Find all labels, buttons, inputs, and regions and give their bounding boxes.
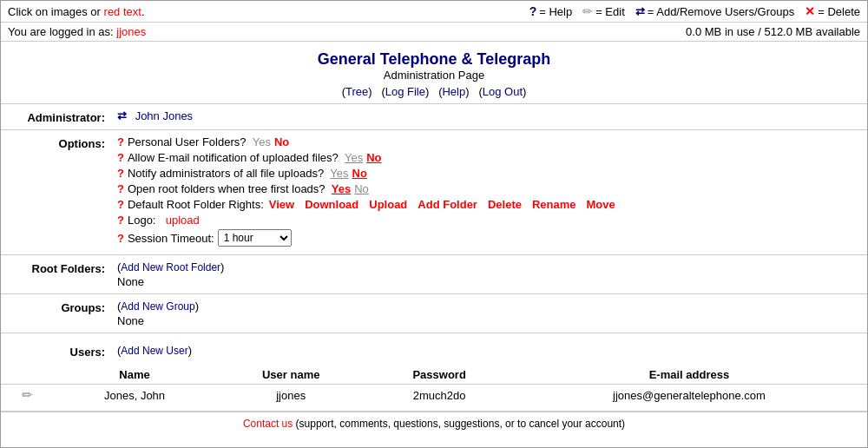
users-table: Name User name Password E-mail address ✏… (1, 366, 867, 405)
groups-label: Groups: (1, 300, 114, 314)
table-row: ✏ Jones, John jjones 2much2do jjones@gen… (1, 385, 867, 406)
rights-rename[interactable]: Rename (532, 198, 576, 211)
col-password: Password (367, 366, 511, 385)
options-content: ? Personal User Folders? Yes No ? Allow … (114, 135, 867, 249)
users-row: Users: (Add New User) Name User name Pas… (1, 333, 867, 412)
user-name: Jones, John (55, 385, 214, 406)
add-user-link[interactable]: Add New User (121, 345, 187, 357)
page-header: General Telephone & Telegraph Administra… (1, 42, 867, 104)
table-header-row: Name User name Password E-mail address (1, 366, 867, 385)
rights-delete[interactable]: Delete (488, 198, 522, 211)
col-icon (1, 366, 55, 385)
footer: Contact us (support, comments, questions… (1, 412, 867, 435)
option-notify-admins: ? Notify administrators of all file uplo… (117, 167, 867, 180)
logo-upload-link[interactable]: upload (166, 214, 200, 227)
personal-folders-yes[interactable]: Yes (253, 135, 271, 148)
toolbar-icons: ? = Help ✏ = Edit ⇄ = Add/Remove Users/G… (529, 4, 860, 18)
groups-row: Groups: (Add New Group) None (1, 294, 867, 333)
login-info: You are logged in as: jjones (8, 25, 146, 38)
rights-addfolder[interactable]: Add Folder (418, 198, 477, 211)
help-open-root[interactable]: ? (117, 182, 124, 195)
option-personal-folders: ? Personal User Folders? Yes No (117, 135, 867, 148)
col-email: E-mail address (511, 366, 867, 385)
rights-download[interactable]: Download (305, 198, 358, 211)
administrator-label: Administrator: (1, 109, 114, 124)
user-email: jjones@generaltelephone.com (511, 385, 867, 406)
header-nav: (Tree) (Log File) (Help) (Log Out) (1, 85, 867, 98)
user-username: jjones (214, 385, 367, 406)
email-notify-no[interactable]: No (366, 151, 381, 164)
user-edit-icon[interactable]: ✏ (1, 385, 55, 406)
help-link[interactable]: Help (442, 85, 465, 98)
administrator-row: Administrator: ⇄ John Jones (1, 104, 867, 130)
pencil-icon: ✏ (582, 4, 593, 18)
notify-admins-no[interactable]: No (352, 167, 367, 180)
page-subtitle: Administration Page (1, 69, 867, 82)
question-icon: ? (529, 4, 537, 18)
help-session[interactable]: ? (117, 232, 124, 245)
rights-move[interactable]: Move (587, 198, 615, 211)
session-timeout-select[interactable]: 15 minutes 30 minutes 1 hour 2 hours 4 h… (218, 229, 292, 247)
option-rights: ? Default Root Folder Rights: View Downl… (117, 198, 867, 211)
root-folders-none: None (117, 275, 867, 288)
rights-upload[interactable]: Upload (369, 198, 407, 211)
option-open-root: ? Open root folders when tree first load… (117, 182, 867, 195)
users-add-link: (Add New User) (114, 344, 192, 359)
instruction-text: Click on images or red text. (8, 5, 145, 18)
options-label: Options: (1, 135, 114, 150)
org-title: General Telephone & Telegraph (1, 50, 867, 69)
root-folders-row: Root Folders: (Add New Root Folder) None (1, 255, 867, 294)
open-root-yes[interactable]: Yes (332, 182, 351, 195)
logout-link[interactable]: Log Out (483, 85, 523, 98)
rights-view[interactable]: View (269, 198, 294, 211)
x-delete-icon: ✕ (805, 4, 815, 18)
option-logo: ? Logo: upload (117, 214, 867, 227)
administrator-content: ⇄ John Jones (114, 109, 867, 122)
addremove-item: ⇄ = Add/Remove Users/Groups (635, 5, 794, 18)
swap-icon: ⇄ (635, 5, 645, 18)
personal-folders-no[interactable]: No (274, 135, 289, 148)
edit-item: ✏ = Edit (582, 4, 625, 18)
help-personal-folders[interactable]: ? (117, 135, 124, 148)
user-password: 2much2do (367, 385, 511, 406)
notify-admins-yes[interactable]: Yes (330, 167, 348, 180)
storage-info: 0.0 MB in use / 512.0 MB available (686, 25, 860, 38)
open-root-no[interactable]: No (354, 182, 369, 195)
option-email-notify: ? Allow E-mail notification of uploaded … (117, 151, 867, 164)
help-rights[interactable]: ? (117, 198, 124, 211)
help-notify-admins[interactable]: ? (117, 167, 124, 180)
col-username: User name (214, 366, 367, 385)
admin-name[interactable]: John Jones (135, 109, 194, 122)
options-row: Options: ? Personal User Folders? Yes No… (1, 130, 867, 255)
footer-text: (support, comments, questions, suggestio… (296, 418, 626, 430)
root-folders-content: (Add New Root Folder) None (114, 260, 867, 288)
groups-none: None (117, 314, 867, 327)
contact-link[interactable]: Contact us (243, 418, 293, 430)
add-root-folder-link[interactable]: Add New Root Folder (121, 261, 220, 273)
root-folders-label: Root Folders: (1, 260, 114, 275)
delete-item: ✕ = Delete (805, 4, 860, 18)
help-logo[interactable]: ? (117, 214, 124, 227)
col-name: Name (55, 366, 214, 385)
tree-link[interactable]: Tree (345, 85, 368, 98)
groups-content: (Add New Group) None (114, 300, 867, 327)
help-email-notify[interactable]: ? (117, 151, 124, 164)
add-group-link[interactable]: Add New Group (121, 300, 194, 313)
users-label: Users: (1, 344, 114, 359)
option-session-timeout: ? Session Timeout: 15 minutes 30 minutes… (117, 229, 867, 247)
swap-admin-icon: ⇄ (117, 109, 127, 122)
logfile-link[interactable]: Log File (385, 85, 425, 98)
email-notify-yes[interactable]: Yes (345, 151, 363, 164)
help-item: ? = Help (529, 4, 573, 18)
